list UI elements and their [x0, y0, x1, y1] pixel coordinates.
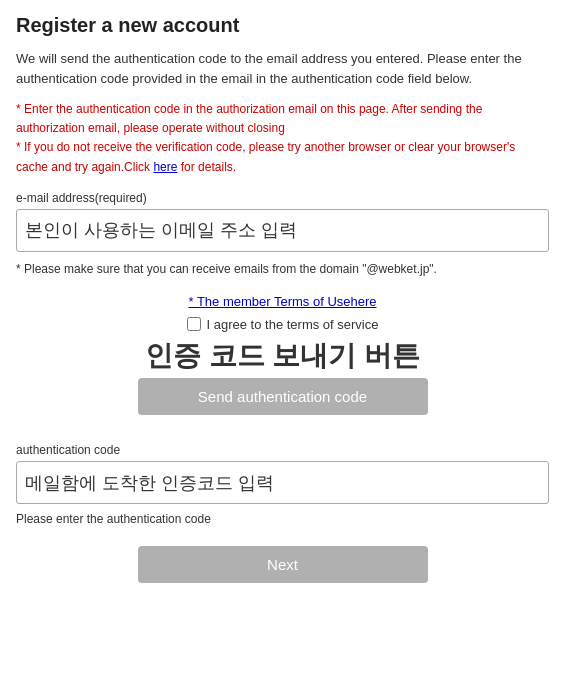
next-button[interactable]: Next: [138, 546, 428, 583]
warning-block: * Enter the authentication code in the a…: [16, 100, 549, 177]
send-auth-code-button[interactable]: Send authentication code: [138, 378, 428, 415]
terms-link[interactable]: * The member Terms of Usehere: [16, 294, 549, 309]
auth-code-input[interactable]: [16, 461, 549, 504]
auth-code-label: authentication code: [16, 443, 549, 457]
auth-hint: Please enter the authentication code: [16, 512, 549, 526]
agree-checkbox[interactable]: [187, 317, 201, 331]
page-title: Register a new account: [16, 14, 549, 37]
description-text: We will send the authentication code to …: [16, 49, 549, 88]
send-btn-korean-label: 인증 코드 보내기 버튼: [16, 338, 549, 374]
warning-line-1: * Enter the authentication code in the a…: [16, 102, 482, 135]
warning-suffix: for details.: [177, 160, 236, 174]
email-label: e-mail address(required): [16, 191, 549, 205]
email-input[interactable]: [16, 209, 549, 252]
domain-note: * Please make sure that you can receive …: [16, 260, 549, 278]
checkbox-label: I agree to the terms of service: [207, 317, 379, 332]
warning-line-2: * If you do not receive the verification…: [16, 140, 515, 173]
here-link[interactable]: here: [153, 160, 177, 174]
